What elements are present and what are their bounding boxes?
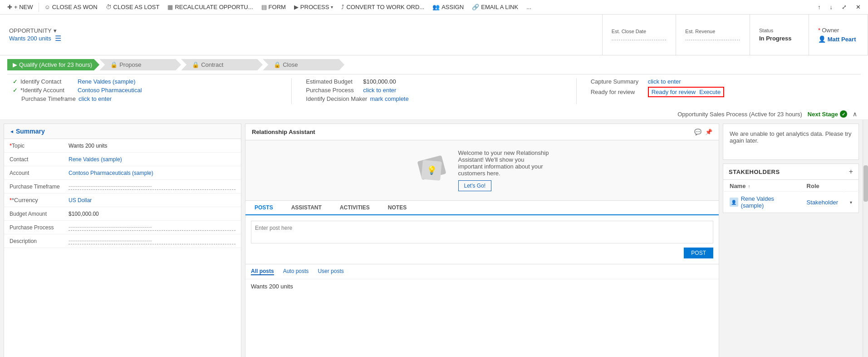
stage-close-lock: 🔒 [274, 61, 281, 68]
account-value[interactable]: Contoso Pharmaceuticals (sample) [69, 170, 235, 176]
rel-assistant-body: 💡 Welcome to your new Relationship Assis… [245, 140, 719, 200]
ready-review-value[interactable]: Ready for review Execute [648, 87, 725, 97]
relationship-assistant: Relationship Assistant 💬 📌 💡 Welcome to … [245, 124, 719, 201]
stage-item-purchase-timeframe: Purchase Timeframe click to enter [13, 95, 286, 102]
recalculate-button[interactable]: ▦ RECALCULATE OPPORTU... [164, 2, 256, 12]
rel-text: Welcome to your new Relationship Assista… [458, 149, 549, 191]
purchase-process-field[interactable]: ----------------------------------------… [69, 224, 235, 231]
post-input[interactable] [251, 221, 713, 243]
header-left: OPPORTUNITY ▾ Wants 200 units ☰ [0, 15, 227, 55]
right-panel: We are unable to get analytics data. Ple… [723, 124, 859, 357]
posts-panel: POSTS ASSISTANT ACTIVITIES NOTES POST Al… [245, 201, 719, 357]
post-button[interactable]: POST [684, 248, 713, 258]
capture-summary-value[interactable]: click to enter [648, 78, 681, 85]
middle-panel: Relationship Assistant 💬 📌 💡 Welcome to … [245, 124, 719, 357]
actions-column-header [844, 181, 858, 192]
dropdown-arrow-icon: ▾ [54, 27, 57, 34]
opportunity-title: Wants 200 units ☰ [9, 34, 218, 43]
close-as-won-button[interactable]: ☺ CLOSE AS WON [41, 2, 101, 12]
stage-contract[interactable]: 🔒 Contract [181, 59, 263, 70]
stage-close[interactable]: 🔒 Close [263, 59, 344, 70]
purchase-timeframe-field[interactable]: ----------------------------------------… [69, 183, 235, 190]
stakeholder-name[interactable]: 👤 Rene Valdes (sample) [730, 195, 795, 209]
recalc-icon: ▦ [167, 4, 173, 10]
budget-amount-value: $100,000.00 [69, 211, 235, 217]
purchase-timeframe-value[interactable]: click to enter [78, 95, 112, 102]
subtab-user-posts[interactable]: User posts [318, 268, 343, 275]
process-stages: ▶ Qualify (Active for 23 hours) 🔒 Propos… [7, 59, 861, 70]
owner-value[interactable]: 👤 Matt Peart [818, 35, 858, 43]
scrollbar-thumb[interactable] [863, 165, 868, 202]
toolbar-separator [39, 3, 39, 12]
est-close-date-field: Est. Close Date ........................… [603, 15, 677, 55]
stakeholder-dropdown-icon[interactable]: ▾ [850, 200, 852, 205]
subtabs: All posts Auto posts User posts [245, 264, 719, 279]
est-budget-value: $100,000.00 [363, 78, 396, 85]
identify-account-value[interactable]: Contoso Pharmaceutical [78, 87, 142, 94]
subtab-auto-posts[interactable]: Auto posts [283, 268, 309, 275]
chat-icon[interactable]: 💬 [694, 129, 701, 135]
analytics-box: We are unable to get analytics data. Ple… [723, 124, 859, 160]
tab-assistant[interactable]: ASSISTANT [282, 201, 331, 214]
stage-qualify[interactable]: ▶ Qualify (Active for 23 hours) [7, 59, 99, 70]
stakeholders-header: STAKEHOLDERS + [723, 164, 858, 180]
add-stakeholder-button[interactable]: + [849, 168, 853, 176]
stage-propose[interactable]: 🔒 Propose [99, 59, 181, 70]
stage-item-decision-maker: Identify Decision Maker mark complete [297, 95, 570, 102]
new-button[interactable]: ✚ + NEW [4, 2, 37, 12]
convert-button[interactable]: ⤴ CONVERT TO WORK ORD... [338, 2, 428, 12]
est-revenue-field: Est. Revenue ...........................… [676, 15, 750, 55]
process-dropdown-icon: ▾ [331, 5, 333, 10]
down-button[interactable]: ↓ [826, 2, 837, 12]
stakeholders-box: STAKEHOLDERS + Name ↑ Role [723, 164, 859, 213]
more-button[interactable]: ... [523, 2, 535, 12]
stakeholder-avatar: 👤 [730, 198, 738, 207]
field-row-topic: *Topic Wants 200 units [4, 139, 241, 153]
purchase-process-value[interactable]: click to enter [363, 87, 396, 94]
sort-icon: ↑ [748, 184, 750, 189]
description-field[interactable]: ----------------------------------------… [69, 238, 235, 244]
process-button[interactable]: ▶ PROCESS ▾ [290, 2, 337, 12]
role-column-header: Role [801, 181, 843, 192]
form-button[interactable]: ▤ FORM [258, 2, 289, 12]
collapse-process-button[interactable]: ∧ [853, 110, 857, 118]
email-icon: 🔗 [472, 4, 479, 10]
stakeholder-role[interactable]: Stakeholder [807, 199, 838, 206]
stage-item-identify-account: ✓ *Identify Account Contoso Pharmaceutic… [13, 87, 286, 94]
field-row-account: Account Contoso Pharmaceuticals (sample) [4, 166, 241, 180]
menu-icon: ☰ [55, 34, 61, 43]
name-column-header: Name ↑ [724, 181, 800, 192]
currency-value[interactable]: US Dollar [69, 197, 235, 203]
expand-button[interactable]: ⤢ [838, 2, 850, 12]
posts-tabs: POSTS ASSISTANT ACTIVITIES NOTES [245, 201, 719, 215]
header-area: OPPORTUNITY ▾ Wants 200 units ☰ Est. Clo… [0, 15, 868, 55]
lets-go-button[interactable]: Let's Go! [458, 180, 492, 191]
check-icon-contact: ✓ [13, 78, 18, 85]
subtab-all-posts[interactable]: All posts [251, 268, 274, 275]
decision-maker-value[interactable]: mark complete [370, 95, 408, 102]
stakeholder-name-cell: 👤 Rene Valdes (sample) [724, 193, 800, 212]
check-icon-account: ✓ [13, 87, 18, 94]
field-row-description: Description ----------------------------… [4, 234, 241, 248]
assign-button[interactable]: 👥 ASSIGN [429, 2, 467, 12]
scrollbar[interactable] [863, 120, 868, 357]
rel-assistant-icons: 💬 📌 [694, 129, 712, 135]
contact-value[interactable]: Rene Valdes (sample) [69, 156, 235, 163]
stage-col-2: Estimated Budget $100,000.00 Purchase Pr… [292, 78, 576, 104]
next-stage-button[interactable]: Next Stage ✓ [808, 110, 847, 118]
stakeholder-dropdown-cell: ▾ [844, 193, 858, 212]
identify-contact-value[interactable]: Rene Valdes (sample) [78, 78, 136, 85]
tab-activities[interactable]: ACTIVITIES [331, 201, 379, 214]
stage-details: ✓ Identify Contact Rene Valdes (sample) … [7, 74, 861, 109]
pin-icon[interactable]: 📌 [705, 129, 712, 135]
email-link-button[interactable]: 🔗 EMAIL A LINK [468, 2, 522, 12]
close-button[interactable]: ✕ [852, 2, 864, 12]
tab-posts[interactable]: POSTS [245, 201, 282, 215]
up-button[interactable]: ↑ [814, 2, 824, 12]
process-bar-container: ▶ Qualify (Active for 23 hours) 🔒 Propos… [0, 55, 868, 120]
main-layout: Summary *Topic Wants 200 units Contact R… [0, 120, 863, 357]
est-close-date-value[interactable]: .............................. [612, 36, 667, 41]
tab-notes[interactable]: NOTES [379, 201, 416, 214]
close-as-lost-button[interactable]: ⏱ CLOSE AS LOST [102, 2, 163, 12]
est-revenue-value[interactable]: .............................. [685, 36, 740, 41]
